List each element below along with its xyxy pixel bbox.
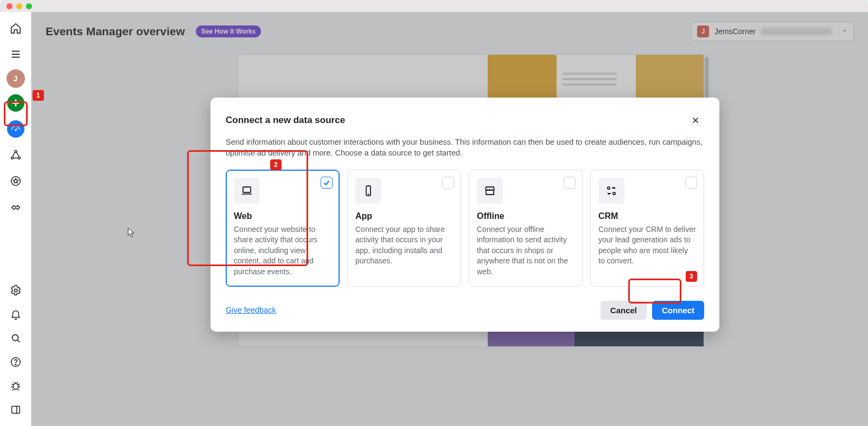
laptop-icon: [234, 178, 260, 204]
svg-line-6: [16, 128, 18, 130]
option-web-title: Web: [234, 211, 331, 221]
left-sidebar: J: [0, 12, 31, 426]
svg-point-7: [14, 151, 16, 153]
connections-icon[interactable]: [5, 144, 27, 166]
people-transfer-icon: [598, 178, 624, 204]
traffic-light-minimize[interactable]: [16, 3, 22, 9]
modal-title: Connect a new data source: [226, 115, 345, 126]
close-button[interactable]: [687, 112, 704, 129]
mac-titlebar: [0, 0, 868, 12]
svg-point-15: [15, 364, 16, 365]
option-app-desc: Connect your app to share activity that …: [355, 224, 453, 267]
star-icon[interactable]: [5, 170, 27, 192]
traffic-light-zoom[interactable]: [26, 3, 32, 9]
svg-point-11: [14, 289, 17, 292]
option-app-checkbox[interactable]: [442, 177, 454, 189]
svg-rect-17: [11, 406, 20, 414]
settings-icon[interactable]: [5, 280, 27, 301]
option-offline-desc: Connect your offline information to send…: [477, 224, 575, 277]
cancel-button[interactable]: Cancel: [601, 301, 647, 320]
modal-description: Send information about customer interact…: [226, 137, 704, 159]
connect-data-source-modal: Connect a new data source Send informati…: [210, 98, 719, 332]
overview-gauge-icon[interactable]: [5, 118, 27, 140]
option-offline-title: Offline: [477, 211, 575, 221]
traffic-light-close[interactable]: [7, 3, 12, 9]
main-content: Events Manager overview See How It Works…: [31, 12, 868, 426]
panel-icon[interactable]: [5, 399, 27, 421]
menu-icon[interactable]: [5, 43, 27, 65]
svg-point-25: [613, 192, 615, 194]
option-crm-checkbox[interactable]: [685, 177, 697, 189]
svg-rect-21: [243, 187, 251, 192]
partner-icon[interactable]: [5, 196, 27, 218]
option-app-title: App: [355, 211, 453, 221]
store-icon: [477, 178, 503, 204]
option-crm[interactable]: CRM Connect your CRM to deliver your lea…: [590, 170, 704, 287]
sidebar-avatar[interactable]: J: [7, 69, 25, 88]
option-web[interactable]: Web Connect your website to share activi…: [226, 170, 340, 287]
home-icon[interactable]: [5, 17, 27, 39]
svg-point-16: [13, 383, 18, 389]
bug-icon[interactable]: [5, 375, 27, 397]
option-web-desc: Connect your website to share activity t…: [234, 224, 331, 277]
svg-point-24: [608, 186, 610, 189]
svg-point-8: [11, 157, 13, 159]
svg-line-13: [17, 340, 20, 342]
notifications-icon[interactable]: [5, 304, 27, 325]
option-crm-title: CRM: [598, 211, 696, 221]
svg-point-9: [18, 157, 20, 159]
search-icon[interactable]: [5, 327, 27, 349]
option-offline-checkbox[interactable]: [564, 177, 576, 189]
option-app[interactable]: App Connect your app to share activity t…: [347, 170, 461, 287]
add-data-source-button[interactable]: [5, 92, 27, 114]
connect-button[interactable]: Connect: [652, 301, 704, 320]
option-web-checkbox[interactable]: [321, 177, 333, 189]
phone-icon: [355, 178, 381, 204]
option-offline[interactable]: Offline Connect your offline information…: [469, 170, 583, 287]
option-crm-desc: Connect your CRM to deliver your lead ge…: [598, 224, 696, 267]
help-icon[interactable]: [5, 351, 27, 373]
svg-point-12: [12, 335, 18, 341]
give-feedback-link[interactable]: Give feedback: [226, 306, 276, 314]
